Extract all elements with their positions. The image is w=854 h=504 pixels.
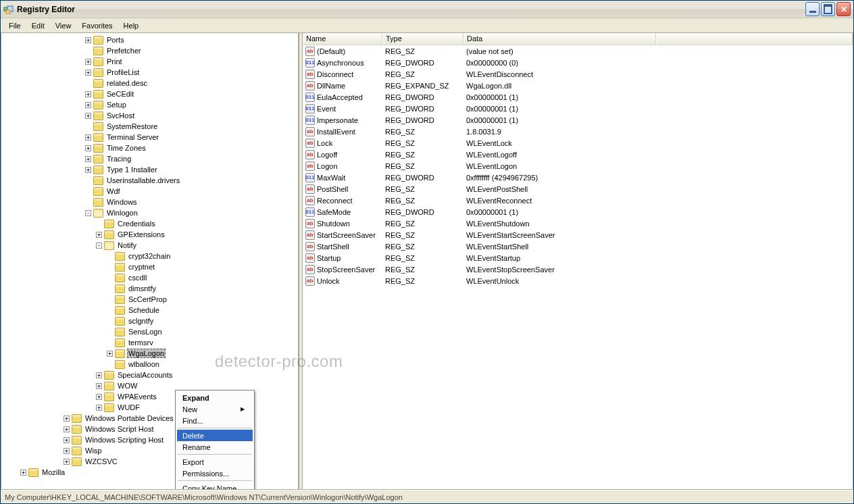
values-rows[interactable]: ab(Default)REG_SZ(value not set)011Async…	[303, 45, 853, 489]
context-menu-item[interactable]: Delete	[177, 430, 253, 441]
tree-item[interactable]: +Time Zones	[3, 143, 298, 153]
close-button[interactable]	[836, 2, 851, 16]
value-row[interactable]: abDllNameREG_EXPAND_SZWgaLogon.dll	[303, 80, 853, 91]
tree-item[interactable]: termsrv	[3, 337, 298, 348]
expand-icon[interactable]: +	[64, 426, 70, 432]
expand-icon[interactable]: +	[85, 134, 91, 141]
expand-icon[interactable]: +	[107, 351, 113, 357]
tree-item[interactable]: +ProfileList	[3, 67, 298, 78]
value-row[interactable]: abInstallEventREG_SZ1.8.0031.9	[303, 126, 853, 137]
tree-item[interactable]: SystemRestore	[3, 121, 298, 132]
value-row[interactable]: 011EulaAcceptedREG_DWORD0x00000001 (1)	[303, 91, 853, 103]
expand-icon[interactable]: +	[85, 145, 91, 151]
expand-icon[interactable]: +	[20, 470, 26, 476]
context-menu-item[interactable]: Rename	[177, 441, 253, 453]
tree-item[interactable]: +GPExtensions	[3, 229, 298, 240]
tree-item[interactable]: +Setup	[3, 99, 298, 110]
tree-item[interactable]: +Terminal Server	[3, 132, 298, 143]
value-row[interactable]: abStartScreenSaverREG_SZWLEventStartScre…	[303, 229, 853, 241]
value-row[interactable]: abStopScreenSaverREG_SZWLEventStopScreen…	[303, 263, 853, 275]
expand-icon[interactable]: +	[64, 415, 70, 422]
tree-item[interactable]: Windows	[3, 197, 298, 207]
expand-icon[interactable]: +	[64, 448, 70, 454]
expand-icon[interactable]: +	[85, 156, 91, 162]
tree-item[interactable]: ScCertProp	[3, 294, 298, 305]
expand-icon[interactable]: +	[85, 91, 91, 97]
value-row[interactable]: abDisconnectREG_SZWLEventDisconnect	[303, 68, 853, 80]
expand-icon[interactable]: +	[85, 59, 91, 65]
menu-help[interactable]: Help	[118, 20, 145, 31]
expand-icon[interactable]: +	[96, 372, 102, 378]
menu-file[interactable]: File	[3, 20, 26, 31]
tree-item[interactable]: +SvcHost	[3, 110, 298, 121]
value-row[interactable]: abReconnectREG_SZWLEventReconnect	[303, 195, 853, 206]
tree-item[interactable]: -Winlogon	[3, 207, 298, 218]
expand-icon[interactable]: +	[85, 113, 91, 119]
tree-item[interactable]: crypt32chain	[3, 251, 298, 261]
tree-item[interactable]: Userinstallable.drivers	[3, 175, 298, 186]
value-row[interactable]: 011AsynchronousREG_DWORD0x00000000 (0)	[303, 57, 853, 68]
expand-icon[interactable]: +	[96, 232, 102, 238]
tree-item[interactable]: Schedule	[3, 305, 298, 316]
expand-icon[interactable]: +	[85, 102, 91, 108]
collapse-icon[interactable]: -	[85, 210, 91, 216]
expand-icon[interactable]: +	[96, 394, 102, 400]
value-row[interactable]: abLockREG_SZWLEventLock	[303, 137, 853, 149]
context-menu-item[interactable]: Export	[177, 456, 253, 468]
col-type[interactable]: Type	[382, 33, 463, 45]
tree-item[interactable]: +SpecialAccounts	[3, 370, 298, 380]
minimize-button[interactable]	[805, 2, 820, 16]
tree-item[interactable]: +Type 1 Installer	[3, 164, 298, 175]
context-menu[interactable]: ExpandNewFind...DeleteRenameExportPermis…	[175, 390, 255, 490]
value-row[interactable]: abPostShellREG_SZWLEventPostShell	[303, 183, 853, 195]
context-menu-item[interactable]: Find...	[177, 415, 253, 426]
menu-edit[interactable]: Edit	[26, 20, 50, 31]
collapse-icon[interactable]: -	[96, 243, 102, 249]
value-row[interactable]: 011EventREG_DWORD0x00000001 (1)	[303, 103, 853, 114]
col-name[interactable]: Name	[303, 33, 382, 45]
value-row[interactable]: abStartShellREG_SZWLEventStartShell	[303, 241, 853, 252]
value-row[interactable]: abLogoffREG_SZWLEventLogoff	[303, 149, 853, 160]
string-value-icon: ab	[305, 127, 315, 136]
context-menu-item[interactable]: Copy Key Name	[177, 482, 253, 490]
tree-item[interactable]: wlballoon	[3, 359, 298, 370]
expand-icon[interactable]: +	[64, 459, 70, 465]
tree-item[interactable]: +Print	[3, 56, 298, 67]
expand-icon[interactable]: +	[85, 167, 91, 173]
tree-item[interactable]: cryptnet	[3, 261, 298, 272]
tree-item[interactable]: +WgaLogon	[3, 348, 298, 359]
context-menu-item[interactable]: New	[177, 403, 253, 415]
value-row[interactable]: 011MaxWaitREG_DWORD0xffffffff (429496729…	[303, 172, 853, 183]
tree-item[interactable]: +Tracing	[3, 153, 298, 164]
tree-item[interactable]: -Notify	[3, 240, 298, 251]
value-row[interactable]: 011SafeModeREG_DWORD0x00000001 (1)	[303, 206, 853, 218]
value-row[interactable]: 011ImpersonateREG_DWORD0x00000001 (1)	[303, 114, 853, 126]
maximize-button[interactable]	[821, 2, 835, 16]
expand-icon[interactable]: +	[96, 383, 102, 389]
tree-item[interactable]: Prefetcher	[3, 45, 298, 56]
tree-item[interactable]: dimsntfy	[3, 283, 298, 294]
tree-item[interactable]: cscdll	[3, 272, 298, 283]
value-row[interactable]: abStartupREG_SZWLEventStartup	[303, 252, 853, 263]
value-row[interactable]: ab(Default)REG_SZ(value not set)	[303, 45, 853, 57]
menu-view[interactable]: View	[50, 20, 77, 31]
titlebar[interactable]: Registry Editor	[1, 1, 853, 18]
expand-icon[interactable]: +	[96, 405, 102, 411]
expand-icon[interactable]: +	[85, 70, 91, 76]
expand-icon[interactable]: +	[64, 437, 70, 443]
tree-item[interactable]: sclgntfy	[3, 316, 298, 326]
tree-item[interactable]: +Ports	[3, 34, 298, 45]
context-menu-item[interactable]: Permissions...	[177, 468, 253, 479]
tree-item[interactable]: SensLogn	[3, 326, 298, 337]
context-menu-item[interactable]: Expand	[177, 392, 253, 403]
value-row[interactable]: abLogonREG_SZWLEventLogon	[303, 160, 853, 172]
tree-item[interactable]: +SeCEdit	[3, 89, 298, 99]
expand-icon[interactable]: +	[85, 37, 91, 43]
value-row[interactable]: abShutdownREG_SZWLEventShutdown	[303, 218, 853, 229]
menu-favorites[interactable]: Favorites	[76, 20, 118, 31]
value-row[interactable]: abUnlockREG_SZWLEventUnlock	[303, 275, 853, 286]
tree-item[interactable]: Credentials	[3, 218, 298, 229]
tree-item[interactable]: Wdf	[3, 186, 298, 197]
col-data[interactable]: Data	[463, 33, 656, 45]
tree-item[interactable]: related.desc	[3, 78, 298, 89]
